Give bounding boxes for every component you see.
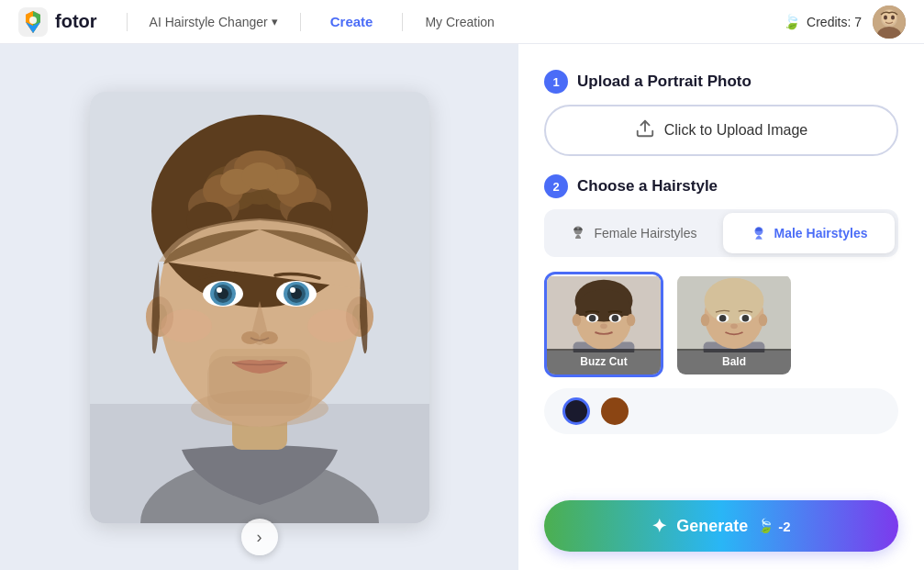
generate-label: Generate	[676, 517, 748, 536]
user-avatar[interactable]	[873, 6, 906, 39]
nav-create[interactable]: Create	[316, 10, 388, 33]
svg-point-49	[307, 309, 359, 342]
credits-text: Credits: 7	[807, 15, 862, 29]
fotor-logo-icon	[18, 7, 48, 37]
svg-point-7	[891, 15, 895, 19]
hairstyle-buzz-image	[547, 274, 661, 352]
buzz-cut-svg	[547, 274, 661, 352]
color-swatch-brown[interactable]	[601, 397, 629, 425]
svg-point-76	[759, 314, 768, 326]
female-icon	[570, 225, 586, 241]
svg-point-1	[29, 17, 37, 24]
logo[interactable]: fotor	[18, 7, 97, 37]
svg-point-59	[589, 315, 596, 322]
step1-header: 1 Upload a Portrait Photo	[544, 70, 898, 94]
tab-male-hairstyles[interactable]: Male Hairstyles	[723, 213, 895, 253]
step1-badge: 1	[544, 70, 568, 94]
upload-icon	[635, 118, 655, 143]
svg-point-26	[241, 162, 278, 190]
hairstyle-grid: Buzz Cut	[544, 272, 898, 377]
svg-point-74	[730, 323, 738, 329]
generate-credits-value: -2	[778, 519, 790, 534]
nav-hairstyle-label: AI Hairstyle Changer	[150, 15, 268, 29]
credits-display: 🍃 Credits: 7	[783, 13, 862, 30]
nav-my-creation-label: My Creation	[425, 15, 494, 29]
chevron-down-icon: ▾	[272, 15, 278, 28]
step2-title: Choose a Hairstyle	[577, 177, 718, 196]
logo-text: fotor	[55, 11, 97, 32]
nav-my-creation[interactable]: My Creation	[417, 11, 501, 33]
svg-point-75	[701, 314, 710, 326]
buzz-cut-label: Buzz Cut	[547, 349, 661, 374]
left-panel: ›	[0, 44, 518, 570]
nav-arrow-right[interactable]: ›	[241, 519, 278, 555]
svg-point-73	[742, 315, 750, 322]
hairstyle-card-bald[interactable]: Bald	[674, 272, 794, 377]
upload-button-label: Click to Upload Image	[664, 122, 808, 139]
svg-point-47	[191, 390, 328, 427]
svg-point-69	[705, 278, 764, 324]
nav-hairstyle-changer[interactable]: AI Hairstyle Changer ▾	[142, 11, 285, 33]
generate-leaf-icon: 🍃	[757, 518, 774, 534]
right-panel: 1 Upload a Portrait Photo Click to Uploa…	[518, 44, 924, 570]
svg-point-37	[217, 287, 222, 293]
svg-point-48	[161, 309, 212, 342]
generate-credits: 🍃 -2	[757, 518, 790, 534]
step2-section: 2 Choose a Hairstyle Female Hairstyles	[544, 174, 898, 434]
hairstyle-card-buzz-cut[interactable]: Buzz Cut	[544, 272, 663, 377]
portrait-svg	[90, 92, 429, 523]
step2-badge: 2	[544, 174, 568, 198]
header-divider	[127, 13, 128, 31]
header-divider-3	[402, 13, 403, 31]
svg-point-71	[719, 315, 727, 322]
main-content: › 1 Upload a Portrait Photo Click to Upl…	[0, 44, 924, 570]
portrait-frame	[90, 92, 429, 523]
header-divider-2	[300, 13, 301, 31]
upload-image-button[interactable]: Click to Upload Image	[544, 105, 898, 156]
svg-point-63	[573, 314, 582, 326]
step2-header: 2 Choose a Hairstyle	[544, 174, 898, 198]
bald-label: Bald	[677, 349, 791, 374]
male-icon	[751, 225, 767, 241]
tab-male-label: Male Hairstyles	[774, 226, 868, 240]
svg-point-6	[884, 15, 887, 19]
bald-svg	[677, 274, 791, 352]
step1-section: 1 Upload a Portrait Photo Click to Uploa…	[544, 70, 898, 156]
nav-create-label: Create	[330, 14, 373, 29]
tab-female-hairstyles[interactable]: Female Hairstyles	[548, 213, 719, 253]
color-section	[544, 388, 898, 434]
svg-point-61	[612, 315, 619, 322]
svg-point-62	[600, 323, 607, 329]
header: fotor AI Hairstyle Changer ▾ Create My C…	[0, 0, 924, 44]
avatar-svg	[873, 6, 906, 39]
svg-point-64	[627, 314, 636, 326]
tab-female-label: Female Hairstyles	[594, 226, 696, 240]
generate-button[interactable]: ✦ Generate 🍃 -2	[544, 500, 898, 552]
leaf-icon: 🍃	[783, 13, 801, 30]
avatar-image	[873, 6, 906, 39]
wand-icon: ✦	[651, 515, 667, 537]
svg-point-42	[290, 287, 295, 293]
step1-title: Upload a Portrait Photo	[577, 73, 751, 91]
color-swatch-black[interactable]	[562, 397, 590, 425]
hairstyle-tabs: Female Hairstyles Male Hairstyles	[544, 209, 898, 257]
hairstyle-bald-image	[677, 274, 791, 352]
